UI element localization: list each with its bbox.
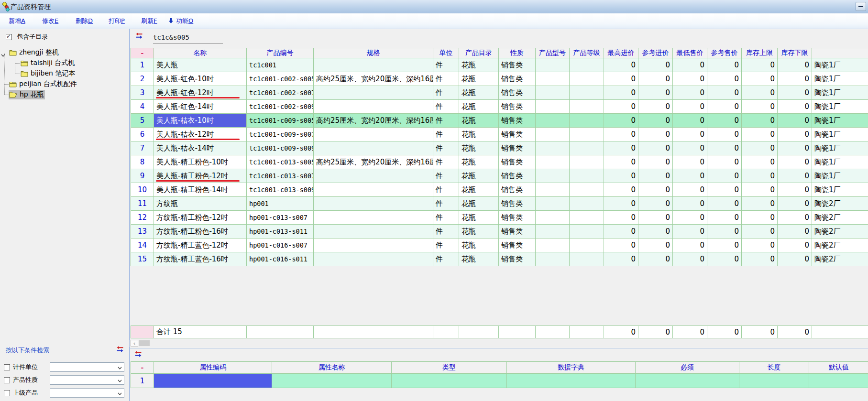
spec-cell[interactable] bbox=[314, 211, 433, 225]
toolbar-button-o[interactable]: 功能O bbox=[168, 17, 193, 25]
code-cell[interactable]: tc1c001-c013-s005 bbox=[247, 155, 314, 169]
filter-checkbox-1[interactable] bbox=[4, 377, 10, 383]
ref-sell-cell[interactable]: 0 bbox=[707, 114, 742, 128]
column-header-8[interactable]: 产品等级 bbox=[570, 48, 604, 58]
row-number-cell[interactable]: 13 bbox=[131, 225, 154, 238]
ref-buy-cell[interactable]: 0 bbox=[638, 100, 673, 114]
catalog-cell[interactable]: 花瓶 bbox=[459, 141, 499, 155]
column-header-5[interactable]: 产品目录 bbox=[459, 48, 499, 58]
table-row-14[interactable]: 14方纹瓶-精工蓝色-12吋hp001-c016-s007件花瓶销售类00000… bbox=[131, 238, 868, 252]
catalog-cell[interactable]: 花瓶 bbox=[459, 86, 499, 100]
table-row-11[interactable]: 11方纹瓶hp001件花瓶销售类000000陶瓷2厂 bbox=[131, 197, 868, 211]
model-cell[interactable] bbox=[536, 100, 570, 114]
spec-cell[interactable] bbox=[314, 197, 433, 211]
nature-cell[interactable]: 销售类 bbox=[499, 238, 536, 252]
grid-customize-icon[interactable] bbox=[135, 32, 143, 39]
stock-min-cell[interactable]: 0 bbox=[778, 252, 812, 266]
unit-cell[interactable]: 件 bbox=[433, 100, 459, 114]
unit-cell[interactable]: 件 bbox=[433, 155, 459, 169]
spec-cell[interactable] bbox=[314, 86, 433, 100]
ref-sell-cell[interactable]: 0 bbox=[707, 128, 742, 141]
row-number-cell[interactable]: 14 bbox=[131, 238, 154, 252]
filter-checkbox-0[interactable] bbox=[4, 364, 10, 370]
stock-max-cell[interactable]: 0 bbox=[742, 128, 778, 141]
stock-min-cell[interactable]: 0 bbox=[778, 141, 812, 155]
horizontal-scrollbar[interactable]: ‹ bbox=[130, 340, 868, 347]
column-header-13[interactable]: 库存上限 bbox=[742, 48, 778, 58]
model-cell[interactable] bbox=[536, 211, 570, 225]
toolbar-button-e[interactable]: 修改E bbox=[42, 17, 58, 25]
catalog-cell[interactable]: 花瓶 bbox=[459, 72, 499, 86]
name-cell[interactable]: 美人瓶-精工粉色-14吋 bbox=[154, 183, 247, 197]
spec-cell[interactable] bbox=[314, 100, 433, 114]
toolbar-button-f[interactable]: 刷新F bbox=[141, 17, 157, 25]
column-header-7[interactable]: 产品型号 bbox=[536, 48, 570, 58]
ref-sell-cell[interactable]: 0 bbox=[707, 252, 742, 266]
model-cell[interactable] bbox=[536, 155, 570, 169]
min-sell-cell[interactable]: 0 bbox=[673, 211, 707, 225]
code-cell[interactable]: hp001 bbox=[247, 197, 314, 211]
max-buy-cell[interactable]: 0 bbox=[604, 169, 638, 183]
catalog-cell[interactable]: 花瓶 bbox=[459, 225, 499, 238]
unit-cell[interactable]: 件 bbox=[433, 58, 459, 72]
spec-cell[interactable]: 高约25厘米、宽约20厘米、深约16厘米 bbox=[314, 72, 433, 86]
attr-default-cell[interactable] bbox=[809, 374, 868, 388]
catalog-cell[interactable]: 花瓶 bbox=[459, 197, 499, 211]
model-cell[interactable] bbox=[536, 225, 570, 238]
name-cell[interactable]: 方纹瓶-精工粉色-16吋 bbox=[154, 225, 247, 238]
nature-cell[interactable]: 销售类 bbox=[499, 100, 536, 114]
filter-combobox-1[interactable] bbox=[50, 375, 124, 385]
sidebar-item-peijian[interactable]: peijian 台式机配件 bbox=[9, 79, 78, 89]
min-sell-cell[interactable]: 0 bbox=[673, 225, 707, 238]
min-sell-cell[interactable]: 0 bbox=[673, 238, 707, 252]
stock-min-cell[interactable]: 0 bbox=[778, 72, 812, 86]
ref-buy-cell[interactable]: 0 bbox=[638, 155, 673, 169]
ref-sell-cell[interactable]: 0 bbox=[707, 155, 742, 169]
table-row-1[interactable]: 1美人瓶tc1c001件花瓶销售类000000陶瓷1厂 bbox=[131, 58, 868, 72]
min-sell-cell[interactable]: 0 bbox=[673, 183, 707, 197]
min-sell-cell[interactable]: 0 bbox=[673, 100, 707, 114]
name-cell[interactable]: 方纹瓶-精工蓝色-16吋 bbox=[154, 252, 247, 266]
spec-cell[interactable] bbox=[314, 238, 433, 252]
ref-sell-cell[interactable]: 0 bbox=[707, 183, 742, 197]
max-buy-cell[interactable]: 0 bbox=[604, 141, 638, 155]
unit-cell[interactable]: 件 bbox=[433, 141, 459, 155]
code-cell[interactable]: tc1c001-c009-s007 bbox=[247, 128, 314, 141]
factory-cell[interactable]: 陶瓷1厂 bbox=[812, 155, 868, 169]
grade-cell[interactable] bbox=[570, 252, 604, 266]
attr-column-header-4[interactable]: 数据字典 bbox=[507, 361, 636, 374]
column-header-3[interactable]: 规格 bbox=[314, 48, 433, 58]
factory-cell[interactable]: 陶瓷1厂 bbox=[812, 114, 868, 128]
unit-cell[interactable]: 件 bbox=[433, 252, 459, 266]
min-sell-cell[interactable]: 0 bbox=[673, 252, 707, 266]
factory-cell[interactable]: 陶瓷2厂 bbox=[812, 252, 868, 266]
attr-length-cell[interactable] bbox=[739, 374, 809, 388]
ref-sell-cell[interactable]: 0 bbox=[707, 211, 742, 225]
nature-cell[interactable]: 销售类 bbox=[499, 197, 536, 211]
factory-cell[interactable]: 陶瓷1厂 bbox=[812, 58, 868, 72]
stock-min-cell[interactable]: 0 bbox=[778, 225, 812, 238]
attr-name-cell[interactable] bbox=[272, 374, 392, 388]
code-cell[interactable]: hp001-c016-s007 bbox=[247, 238, 314, 252]
stock-min-cell[interactable]: 0 bbox=[778, 211, 812, 225]
max-buy-cell[interactable]: 0 bbox=[604, 86, 638, 100]
unit-cell[interactable]: 件 bbox=[433, 211, 459, 225]
min-sell-cell[interactable]: 0 bbox=[673, 72, 707, 86]
toolbar-button-p[interactable]: 打印P bbox=[109, 17, 125, 25]
column-header-1[interactable]: 名称 bbox=[154, 48, 247, 58]
column-header-6[interactable]: 性质 bbox=[499, 48, 536, 58]
code-cell[interactable]: tc1c001-c009-s005 bbox=[247, 114, 314, 128]
min-sell-cell[interactable]: 0 bbox=[673, 114, 707, 128]
table-row-4[interactable]: 4美人瓶-红色-14吋tc1c001-c002-s009件花瓶销售类000000… bbox=[131, 100, 868, 114]
min-sell-cell[interactable]: 0 bbox=[673, 197, 707, 211]
stock-min-cell[interactable]: 0 bbox=[778, 114, 812, 128]
name-cell[interactable]: 方纹瓶-精工粉色-12吋 bbox=[154, 211, 247, 225]
stock-max-cell[interactable]: 0 bbox=[742, 225, 778, 238]
column-header-10[interactable]: 参考进价 bbox=[638, 48, 673, 58]
attr-column-header-1[interactable]: 属性编码 bbox=[154, 361, 272, 374]
column-header-2[interactable]: 产品编号 bbox=[247, 48, 314, 58]
min-sell-cell[interactable]: 0 bbox=[673, 128, 707, 141]
nature-cell[interactable]: 销售类 bbox=[499, 86, 536, 100]
name-cell[interactable]: 美人瓶-红色-10吋 bbox=[154, 72, 247, 86]
model-cell[interactable] bbox=[536, 197, 570, 211]
